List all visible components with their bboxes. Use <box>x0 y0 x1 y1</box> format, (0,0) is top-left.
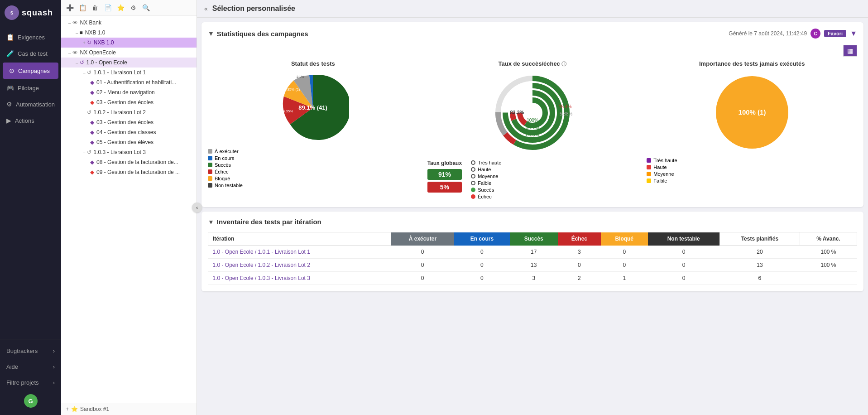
doc-purple-icon-4: ◆ <box>90 129 94 135</box>
tree-node-item-03a[interactable]: ◆ 03 - Gestion des écoles <box>61 97 197 107</box>
th-iteration: Itération <box>208 232 391 246</box>
filter-icon[interactable]: ▼ <box>850 29 857 38</box>
tree-search-icon[interactable]: 🔍 <box>141 3 151 13</box>
sidebar-item-campagnes[interactable]: ⊙ Campagnes <box>3 63 58 79</box>
svg-text:4.35% (2): 4.35% (2) <box>284 87 300 92</box>
en-cours-cell: 0 <box>454 246 509 259</box>
tree-node-label: 05 - Gestion des élèves <box>96 139 153 145</box>
legend-label: À exécuter <box>215 149 239 154</box>
tree-node-label: NXB 1.0 <box>94 39 114 46</box>
tree-node-lot3[interactable]: – ↺ 1.0.3 - Livraison Lot 3 <box>61 147 197 157</box>
legend-label: Échec <box>215 169 229 174</box>
iteration-cell[interactable]: 1.0 - Open Ecole / 1.0.1 - Livraison Lot… <box>208 246 391 259</box>
a-executer-cell: 0 <box>391 246 454 259</box>
sidebar-item-filtre-projets[interactable]: Filtre projets › <box>0 375 61 391</box>
table-title: ▼ Inventaire des tests par itération <box>208 218 321 226</box>
non-testable-cell: 0 <box>648 259 720 272</box>
bloque-cell: 0 <box>601 259 648 272</box>
tree-node-lot2[interactable]: – ↺ 1.0.2 - Livraison Lot 2 <box>61 107 197 117</box>
sidebar-item-cas-de-test[interactable]: 🧪 Cas de test <box>0 45 61 62</box>
table-row: 1.0 - Open Ecole / 1.0.2 - Livraison Lot… <box>208 259 857 272</box>
stats-section: ▼ Statistiques des campagnes Généré le 7… <box>201 22 863 207</box>
logo-icon: s <box>5 5 19 20</box>
sidebar-item-label: Campagnes <box>18 68 50 74</box>
badge-favori[interactable]: Favori <box>824 30 846 37</box>
tree-node-item-04[interactable]: ◆ 04 - Gestion des classes <box>61 127 197 137</box>
taux-chart-block: Taux de succès/échec ⓘ <box>427 60 638 201</box>
collapse-lot1[interactable]: – <box>83 70 86 75</box>
grid-view-button[interactable]: ▦ <box>843 45 857 57</box>
collapse-nx-bank[interactable]: – <box>68 20 71 25</box>
logo-area: s squash <box>0 0 61 25</box>
taux-section: Taux globaux 91% 5% Très haute Haut <box>427 160 638 201</box>
sidebar-item-aide[interactable]: Aide › <box>0 359 61 375</box>
tree-node-nx-openecole[interactable]: – 👁 NX OpenEcole <box>61 48 197 58</box>
table-collapse-icon[interactable]: ▼ <box>208 218 214 226</box>
tree-delete-icon[interactable]: 🗑 <box>90 3 100 13</box>
tree-node-lot1[interactable]: – ↺ 1.0.1 - Livraison Lot 1 <box>61 68 197 77</box>
taux-5-badge: 5% <box>427 182 462 193</box>
tree-node-item-05[interactable]: ◆ 05 - Gestion des élèves <box>61 137 197 147</box>
tree-node-label: 03 - Gestion des écoles <box>96 99 153 106</box>
legend-item-bloque: Bloqué <box>208 176 418 181</box>
sidebar-item-label: Cas de test <box>18 50 48 57</box>
en-cours-cell: 0 <box>454 259 509 272</box>
stats-title: ▼ Statistiques des campagnes <box>208 30 308 38</box>
tree-node-item-01[interactable]: ◆ 01 - Authentification et habilitati... <box>61 77 197 87</box>
tree-node-nxb-10-sub[interactable]: + ↻ NXB 1.0 <box>61 38 197 48</box>
taux-chart-title: Taux de succès/échec ⓘ <box>427 60 638 68</box>
tree-copy-icon[interactable]: 📋 <box>77 3 87 13</box>
loop-icon-4: ↺ <box>87 109 91 116</box>
tree-footer[interactable]: + ⭐ Sandbox #1 <box>61 403 197 415</box>
tree-node-item-02[interactable]: ◆ 02 - Menu de navigation <box>61 87 197 97</box>
exigences-icon: 📋 <box>6 34 14 41</box>
collapse-openecole[interactable]: – <box>68 50 71 55</box>
main-body: ▼ Statistiques des campagnes Généré le 7… <box>197 18 868 415</box>
tree-node-nxb-10[interactable]: – ■ NXB 1.0 <box>61 28 197 38</box>
sidebar: s squash 📋 Exigences 🧪 Cas de test ⊙ Cam… <box>0 0 61 415</box>
legend-dot <box>647 165 651 169</box>
collapse-lot3[interactable]: – <box>83 150 86 155</box>
section-collapse-icon[interactable]: ▼ <box>208 30 214 37</box>
tree-star-icon[interactable]: ⭐ <box>115 3 125 13</box>
th-non-testable: Non testable <box>648 232 720 246</box>
table-title-text: Inventaire des tests par itération <box>217 218 321 226</box>
sidebar-item-exigences[interactable]: 📋 Exigences <box>0 29 61 45</box>
tree-node-item-09[interactable]: ◆ 09 - Gestion de la facturation de ... <box>61 167 197 177</box>
tree-node-item-08[interactable]: ◆ 08 - Gestion de la facturation de... <box>61 157 197 167</box>
iteration-cell[interactable]: 1.0 - Open Ecole / 1.0.2 - Livraison Lot… <box>208 259 391 272</box>
avatar[interactable]: G <box>24 394 38 408</box>
sidebar-item-pilotage[interactable]: 🎮 Pilotage <box>0 80 61 96</box>
importance-pie-svg: 100% (1) <box>711 72 793 153</box>
legend-succes: Succès <box>471 187 501 193</box>
tree-node-open-ecole[interactable]: – ↺ 1.0 - Open Ecole <box>61 58 197 68</box>
sidebar-item-automatisation[interactable]: ⚙ Automatisation <box>0 96 61 112</box>
collapse-arrow[interactable]: « <box>204 5 208 12</box>
tree-node-item-03b[interactable]: ◆ 03 - Gestion des écoles <box>61 117 197 127</box>
sidebar-item-actions[interactable]: ▶ Actions <box>0 112 61 129</box>
legend-dot <box>208 169 212 174</box>
collapse-open-ecole[interactable]: – <box>76 60 78 65</box>
th-a-executer: À exécuter <box>391 232 454 246</box>
svg-text:84.6%: 84.6% <box>526 132 539 137</box>
tree-settings-icon[interactable]: ⚙ <box>128 3 138 13</box>
plus-icon[interactable]: + <box>83 40 86 45</box>
tree-add-icon[interactable]: ➕ <box>65 3 75 13</box>
bloque-cell: 0 <box>601 246 648 259</box>
collapse-tree-button[interactable]: ‹ <box>192 203 202 212</box>
sidebar-item-bugtrackers[interactable]: Bugtrackers › <box>0 343 61 359</box>
legend-label: Haute <box>653 164 667 170</box>
planifies-cell: 6 <box>719 272 800 285</box>
table-header: Itération À exécuter En cours Succès Éch… <box>208 232 857 246</box>
tree-doc-icon[interactable]: 📄 <box>103 3 113 13</box>
imp-legend-moyenne: Moyenne <box>647 171 857 177</box>
tree-node-nx-bank[interactable]: – 👁 NX Bank <box>61 18 197 28</box>
legend-tres-haute: Très haute <box>471 160 501 165</box>
collapse-lot2[interactable]: – <box>83 110 86 115</box>
collapse-nxb[interactable]: – <box>76 30 78 35</box>
actions-icon: ▶ <box>6 117 11 124</box>
iteration-cell[interactable]: 1.0 - Open Ecole / 1.0.3 - Livraison Lot… <box>208 272 391 285</box>
avanc-cell <box>800 272 857 285</box>
avanc-cell: 100 % <box>800 246 857 259</box>
stats-title-text: Statistiques des campagnes <box>217 30 308 38</box>
